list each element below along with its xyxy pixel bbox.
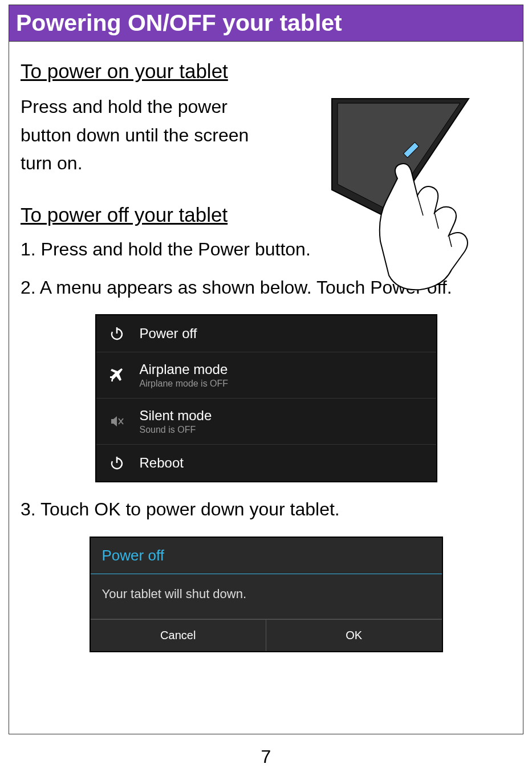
confirm-dialog: Power off Your tablet will shut down. Ca… (90, 537, 443, 652)
hand-icon (363, 156, 494, 304)
power-on-body: Press and hold the power button down unt… (21, 93, 283, 178)
menu-sublabel: Airplane mode is OFF (140, 379, 229, 389)
dialog-title: Power off (91, 538, 442, 574)
cancel-button[interactable]: Cancel (91, 620, 267, 651)
silent-icon (108, 412, 126, 430)
page-number: 7 (0, 746, 532, 767)
airplane-icon (108, 366, 126, 384)
menu-label: Silent mode (140, 408, 212, 424)
menu-label: Reboot (140, 455, 184, 471)
menu-label: Power off (140, 326, 197, 342)
menu-item-airplane[interactable]: Airplane mode Airplane mode is OFF (96, 352, 436, 399)
dialog-buttons: Cancel OK (91, 619, 442, 651)
ok-button[interactable]: OK (266, 620, 442, 651)
header-title: Powering ON/OFF your tablet (16, 10, 342, 36)
power-menu: Power off Airplane mode Airplane mode is… (95, 314, 437, 482)
menu-label: Airplane mode (140, 361, 229, 377)
power-on-illustration (315, 87, 480, 304)
content-area: To power on your tablet Press and hold t… (9, 42, 523, 664)
dialog-message: Your tablet will shut down. (91, 574, 442, 619)
power-icon (108, 324, 126, 343)
menu-item-reboot[interactable]: Reboot (96, 445, 436, 481)
menu-item-power-off[interactable]: Power off (96, 315, 436, 352)
menu-item-silent[interactable]: Silent mode Sound is OFF (96, 399, 436, 445)
power-icon (108, 454, 126, 472)
menu-sublabel: Sound is OFF (140, 425, 212, 435)
page-header: Powering ON/OFF your tablet (9, 5, 523, 42)
power-on-section-title: To power on your tablet (21, 60, 511, 83)
page-container: Powering ON/OFF your tablet To power on … (9, 5, 523, 734)
step-3: 3. Touch OK to power down your tablet. (21, 497, 511, 522)
